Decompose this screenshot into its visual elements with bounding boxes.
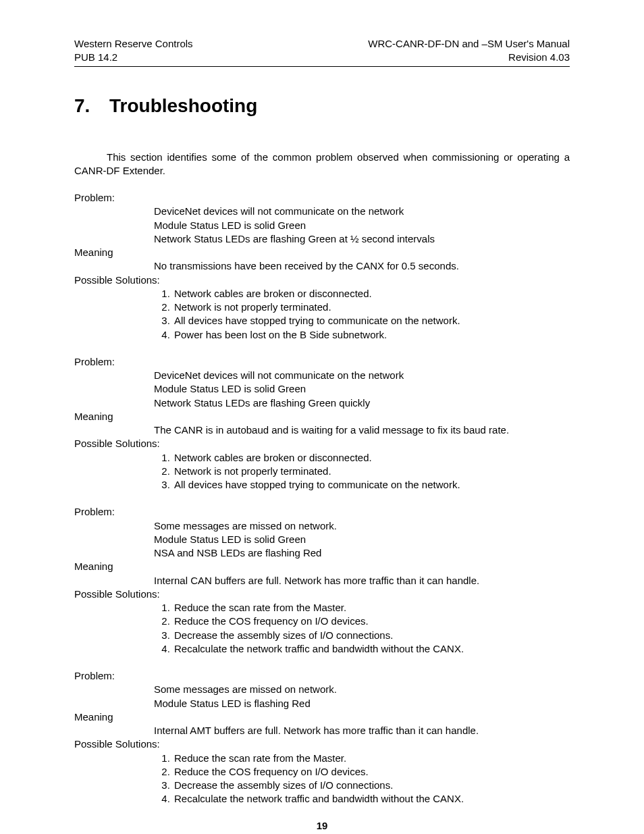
solutions-list: Reduce the scan rate from the Master.Red… — [154, 752, 570, 806]
solution-item: Reduce the COS frequency on I/O devices. — [173, 615, 570, 628]
page-number: 19 — [74, 820, 570, 831]
intro-paragraph: This section identifies some of the comm… — [74, 151, 570, 178]
solution-item: Network is not properly terminated. — [173, 301, 570, 314]
meaning-label: Meaning — [74, 710, 570, 724]
symptom-line: Network Status LEDs are flashing Green a… — [154, 232, 570, 246]
solution-item: Network cables are broken or disconnecte… — [173, 287, 570, 301]
header-pub: PUB 14.2 — [74, 51, 193, 64]
solution-item: Reduce the scan rate from the Master. — [173, 601, 570, 615]
solution-item: Network cables are broken or disconnecte… — [173, 451, 570, 465]
symptom-line: NSA and NSB LEDs are flashing Red — [154, 546, 570, 560]
symptom-line: Module Status LED is solid Green — [154, 219, 570, 232]
meaning-label: Meaning — [74, 246, 570, 259]
section-number: 7. — [74, 95, 109, 117]
solutions-label: Possible Solutions: — [74, 588, 570, 601]
symptom-line: Module Status LED is flashing Red — [154, 697, 570, 710]
problem-label: Problem: — [74, 669, 570, 683]
meaning-text: The CANR is in autobaud and is waiting f… — [154, 423, 570, 437]
problem-label: Problem: — [74, 191, 570, 205]
symptom-line: Module Status LED is solid Green — [154, 533, 570, 546]
solutions-list: Reduce the scan rate from the Master.Red… — [154, 601, 570, 656]
solution-item: Decrease the assembly sizes of I/O conne… — [173, 629, 570, 642]
header-manual-title: WRC-CANR-DF-DN and –SM User's Manual — [368, 37, 570, 51]
solutions-label: Possible Solutions: — [74, 737, 570, 751]
solutions-list: Network cables are broken or disconnecte… — [154, 451, 570, 492]
symptom-line: Network Status LEDs are flashing Green q… — [154, 396, 570, 410]
meaning-label: Meaning — [74, 410, 570, 423]
solutions-list: Network cables are broken or disconnecte… — [154, 287, 570, 342]
meaning-label: Meaning — [74, 560, 570, 573]
symptom-line: Module Status LED is solid Green — [154, 382, 570, 396]
solution-item: All devices have stopped trying to commu… — [173, 478, 570, 492]
page-header: Western Reserve Controls PUB 14.2 WRC-CA… — [74, 37, 570, 67]
meaning-text: Internal AMT buffers are full. Network h… — [154, 724, 570, 737]
symptom-line: DeviceNet devices will not communicate o… — [154, 205, 570, 218]
section-title: Troubleshooting — [109, 95, 257, 116]
header-revision: Revision 4.03 — [368, 51, 570, 64]
solutions-label: Possible Solutions: — [74, 273, 570, 287]
solutions-label: Possible Solutions: — [74, 437, 570, 450]
solution-item: Network is not properly terminated. — [173, 465, 570, 478]
symptom-line: Some messages are missed on network. — [154, 683, 570, 696]
solution-item: Reduce the COS frequency on I/O devices. — [173, 765, 570, 779]
section-heading: 7.Troubleshooting — [74, 95, 570, 117]
problem-label: Problem: — [74, 505, 570, 519]
header-company: Western Reserve Controls — [74, 37, 193, 51]
solution-item: Power has been lost on the B Side subnet… — [173, 328, 570, 342]
troubleshooting-block: Problem:DeviceNet devices will not commu… — [74, 191, 570, 342]
troubleshooting-block: Problem:Some messages are missed on netw… — [74, 505, 570, 656]
meaning-text: No transmissions have been received by t… — [154, 259, 570, 273]
solution-item: All devices have stopped trying to commu… — [173, 314, 570, 328]
solution-item: Decrease the assembly sizes of I/O conne… — [173, 779, 570, 792]
solution-item: Reduce the scan rate from the Master. — [173, 752, 570, 765]
troubleshooting-block: Problem:Some messages are missed on netw… — [74, 669, 570, 806]
symptom-line: DeviceNet devices will not communicate o… — [154, 369, 570, 382]
symptom-line: Some messages are missed on network. — [154, 519, 570, 533]
solution-item: Recalculate the network traffic and band… — [173, 642, 570, 656]
problem-label: Problem: — [74, 355, 570, 369]
troubleshooting-block: Problem:DeviceNet devices will not commu… — [74, 355, 570, 492]
meaning-text: Internal CAN buffers are full. Network h… — [154, 574, 570, 588]
solution-item: Recalculate the network traffic and band… — [173, 792, 570, 806]
